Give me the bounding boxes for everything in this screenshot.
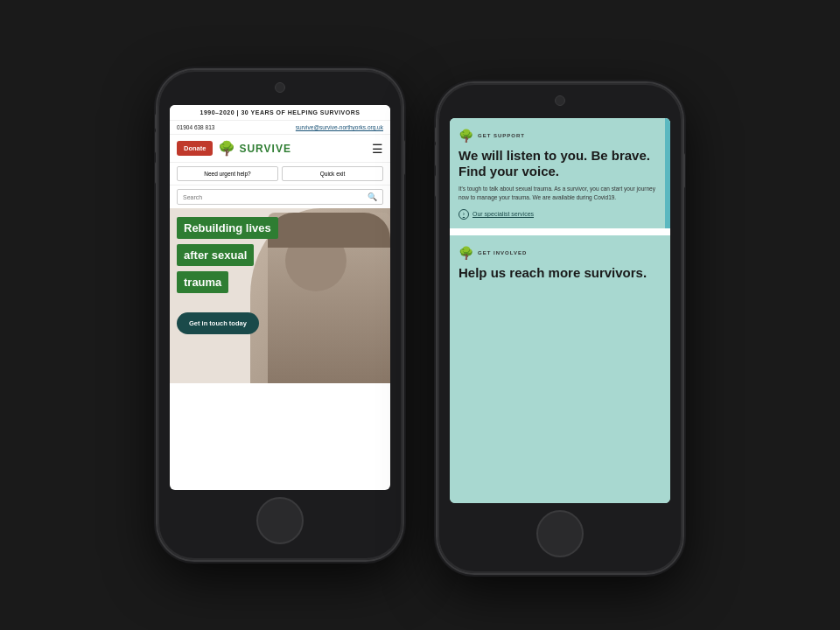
top-banner: 1990–2020 | 30 YEARS OF HELPING SURVIVOR… <box>170 105 390 121</box>
quick-buttons: Need urgent help? Quick exit <box>170 163 390 186</box>
quick-exit-button[interactable]: Quick exit <box>282 166 383 181</box>
hero-content: Rebuilding lives after sexual trauma Get… <box>170 208 390 343</box>
link-arrow-icon: › <box>458 209 469 220</box>
card-icon-area: 🌳 GET SUPPORT <box>458 129 662 143</box>
left-phone: 1990–2020 | 30 YEARS OF HELPING SURVIVOR… <box>158 70 402 560</box>
anniversary-text: 1990–2020 | 30 YEARS OF HELPING SURVIVOR… <box>200 109 360 116</box>
power-button-right <box>682 153 685 188</box>
support-content: 🌳 GET SUPPORT We will listen to you. Be … <box>450 118 670 503</box>
hero-line-3: trauma <box>177 271 228 293</box>
urgent-help-button[interactable]: Need urgent help? <box>177 166 278 181</box>
logo-text: SURVIVE <box>239 143 290 155</box>
power-button <box>402 140 405 175</box>
email-link[interactable]: survive@survive-northyorks.org.uk <box>296 124 383 130</box>
nav-bar: Donate 🌳 SURVIVE ☰ <box>170 135 390 163</box>
contact-bar: 01904 638 813 survive@survive-northyorks… <box>170 121 390 135</box>
hero-title-block: Rebuilding lives after sexual trauma <box>177 217 383 293</box>
mute-button-right <box>435 127 438 143</box>
specialist-services-link[interactable]: › Our specialist services <box>458 209 662 220</box>
involved-tree-icon: 🌳 <box>458 246 473 260</box>
mute-button <box>155 114 158 130</box>
right-phone: 🌳 GET SUPPORT We will listen to you. Be … <box>438 83 682 573</box>
search-input[interactable] <box>183 194 368 200</box>
support-tag: GET SUPPORT <box>478 133 525 138</box>
support-body: It's tough to talk about sexual trauma. … <box>458 185 662 202</box>
volume-down-button <box>155 162 158 184</box>
volume-up-button <box>155 131 158 153</box>
card-accent <box>665 118 670 228</box>
support-tree-icon: 🌳 <box>458 129 473 143</box>
phone-number[interactable]: 01904 638 813 <box>177 124 214 130</box>
hamburger-icon[interactable]: ☰ <box>372 142 383 156</box>
hero-line-1: Rebuilding lives <box>177 217 278 239</box>
involved-icon-area: 🌳 GET INVOLVED <box>458 246 662 260</box>
volume-down-button-right <box>435 175 438 197</box>
right-phone-screen: 🌳 GET SUPPORT We will listen to you. Be … <box>450 118 670 503</box>
involved-heading: Help us reach more survivors. <box>458 265 662 281</box>
cta-button[interactable]: Get in touch today <box>177 312 259 334</box>
get-involved-card: 🌳 GET INVOLVED Help us reach more surviv… <box>450 235 670 295</box>
link-text: Our specialist services <box>472 211 534 217</box>
hero-section: Rebuilding lives after sexual trauma Get… <box>170 208 390 383</box>
logo-area: 🌳 SURVIVE <box>218 140 367 157</box>
search-icon: 🔍 <box>368 192 377 201</box>
search-bar: 🔍 <box>177 189 383 205</box>
left-phone-screen: 1990–2020 | 30 YEARS OF HELPING SURVIVOR… <box>170 105 390 490</box>
involved-tag: GET INVOLVED <box>478 250 527 256</box>
logo-tree-icon: 🌳 <box>218 140 235 157</box>
volume-up-button-right <box>435 144 438 166</box>
donate-button[interactable]: Donate <box>177 141 213 156</box>
hero-line-2: after sexual <box>177 244 254 266</box>
get-support-card: 🌳 GET SUPPORT We will listen to you. Be … <box>450 118 670 235</box>
support-heading: We will listen to you. Be brave. Find yo… <box>458 148 662 179</box>
